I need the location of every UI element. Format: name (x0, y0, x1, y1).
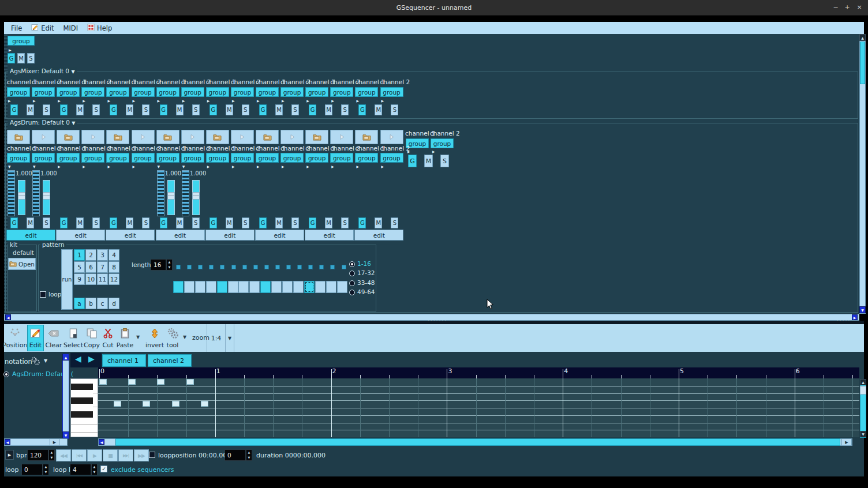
spin-down-icon[interactable]: ▼ (51, 456, 53, 459)
volume-slider-handle[interactable] (18, 192, 25, 200)
notation-hscroll-left-stepper[interactable]: ◀ (99, 439, 104, 445)
close-button[interactable]: × (855, 3, 863, 11)
stop-button[interactable]: ■ (103, 449, 118, 461)
drum-expander-icon[interactable]: ▼ (182, 164, 185, 168)
drum-play-button[interactable] (330, 130, 353, 144)
channel-mute-button[interactable]: M (126, 104, 133, 115)
mixer-expander-icon[interactable]: ▶ (381, 99, 384, 103)
drum-play-button[interactable] (231, 130, 254, 144)
maximize-button[interactable]: + (843, 3, 851, 11)
mixer-expander-icon[interactable]: ▶ (356, 99, 359, 103)
mixer-group-button[interactable]: group (32, 87, 55, 97)
pattern-index-button[interactable]: 1 (74, 249, 85, 261)
channel-solo-button[interactable]: S (341, 217, 349, 228)
drum-open-button[interactable] (206, 130, 229, 144)
channel-solo-button[interactable]: S (43, 217, 50, 228)
mixer-group-button[interactable]: group (206, 87, 229, 97)
forward-button[interactable]: ▶▶ (134, 449, 149, 461)
edit-tab[interactable]: edit (354, 230, 403, 241)
mixer-expander-icon[interactable]: ▶ (306, 99, 309, 103)
channel-solo-button[interactable]: S (291, 217, 299, 228)
channel-solo-button[interactable]: S (142, 217, 149, 228)
channel-mute-button[interactable]: M (375, 217, 382, 228)
channel-mute-button[interactable]: M (275, 217, 283, 228)
drum-output-group-button[interactable]: group (431, 138, 454, 148)
pattern-page-radio[interactable] (349, 261, 355, 267)
drum-expander-icon[interactable]: ▼ (8, 164, 11, 168)
note[interactable] (99, 379, 107, 385)
group-machine-expander-icon[interactable]: ▶ (9, 48, 12, 52)
channel-group-button[interactable]: G (408, 155, 417, 167)
channel-group-button[interactable]: G (259, 104, 267, 115)
mixer-group-button[interactable]: group (81, 87, 104, 97)
drum-expander-icon[interactable]: ▶ (107, 164, 110, 168)
drum-group-button[interactable]: group (305, 153, 328, 163)
channel-solo-button[interactable]: S (391, 104, 398, 115)
pattern-pad[interactable] (337, 281, 347, 293)
position-button[interactable]: Position (3, 325, 27, 351)
mixer-group-button[interactable]: group (380, 87, 403, 97)
pattern-pad[interactable] (282, 281, 293, 293)
drum-title[interactable]: AgsDrum: Default 0 ▼ (8, 119, 77, 126)
pattern-index-button[interactable]: 6 (85, 261, 96, 273)
channel-solo-button[interactable]: S (291, 104, 299, 115)
channel-mute-button[interactable]: M (226, 104, 233, 115)
channel-solo-button[interactable]: S (440, 155, 449, 167)
drum-group-button[interactable]: group (7, 153, 30, 163)
channel-mute-button[interactable]: M (424, 155, 433, 167)
channel-solo-button[interactable]: S (43, 104, 50, 115)
mixer-group-button[interactable]: group (280, 87, 304, 97)
channel-group-button[interactable]: G (259, 217, 267, 228)
pattern-bank-button[interactable]: a (74, 298, 85, 309)
edit-tab[interactable]: edit (205, 230, 255, 241)
menu-edit[interactable]: Edit (27, 22, 58, 34)
pattern-index-button[interactable]: 11 (97, 273, 108, 285)
kit-open-button[interactable]: Open (8, 258, 36, 270)
drum-group-button[interactable]: group (380, 153, 403, 163)
drum-expander-icon[interactable]: ▶ (381, 164, 384, 168)
offset-input[interactable]: 0 (225, 449, 246, 461)
mixer-expander-icon[interactable]: ▶ (182, 99, 185, 103)
drum-open-button[interactable] (256, 130, 279, 144)
pattern-pad[interactable] (206, 281, 216, 293)
mixer-expander-icon[interactable]: ▶ (257, 99, 260, 103)
note[interactable] (172, 401, 179, 407)
channel-group-button[interactable]: G (110, 104, 117, 115)
pattern-pad[interactable] (184, 281, 194, 293)
channel-group-button[interactable]: G (209, 217, 217, 228)
tab-channel-2[interactable]: channel 2 (148, 354, 192, 367)
zoom-combo[interactable]: 1:4 (207, 324, 226, 352)
drum-group-button[interactable]: group (57, 153, 80, 163)
drum-expander-icon[interactable]: ▶ (282, 164, 285, 168)
channel-group-button[interactable]: G (309, 217, 316, 228)
notation-left-vscroll-up[interactable]: ▲ (62, 354, 69, 361)
pattern-pad[interactable] (293, 281, 304, 293)
drum-expander-icon[interactable]: ▶ (83, 164, 85, 168)
tab-channel-1[interactable]: channel 1 (102, 354, 146, 367)
notation-vscroll-down[interactable]: ▼ (860, 431, 866, 437)
pattern-length-input[interactable]: 16 (151, 259, 166, 271)
pattern-pad[interactable] (315, 281, 326, 293)
previous-button[interactable]: |◀◀ (72, 449, 87, 461)
mixer-group-button[interactable]: group (57, 87, 80, 97)
notation-vscroll-up[interactable]: ▲ (860, 379, 866, 385)
channel-mute-button[interactable]: M (325, 217, 332, 228)
channel-group-button[interactable]: G (358, 217, 366, 228)
pattern-run-button[interactable]: run (61, 249, 73, 310)
drum-play-button[interactable] (280, 130, 304, 144)
mixer-group-button[interactable]: group (330, 87, 353, 97)
mixer-expander-icon[interactable]: ▶ (331, 99, 334, 103)
pattern-index-button[interactable]: 2 (85, 249, 96, 261)
pattern-pad[interactable] (249, 281, 260, 293)
spin-up-icon[interactable]: ▲ (93, 466, 96, 468)
channel-solo-button[interactable]: S (192, 217, 200, 228)
rewind-button[interactable]: ◀◀ (56, 449, 71, 461)
notation-left-vscrollbar[interactable] (62, 354, 69, 439)
notation-grid[interactable] (98, 378, 859, 437)
machines-hscroll-left-stepper[interactable]: ◀ (5, 314, 11, 320)
mixer-group-button[interactable]: group (181, 87, 204, 97)
loop-r-stepper[interactable]: ▲▼ (91, 464, 98, 475)
machines-vscroll-up-stepper[interactable]: ▲ (859, 34, 866, 41)
pattern-index-button[interactable]: 5 (74, 261, 85, 273)
notation-left-hscroll-left[interactable]: ◀ (5, 439, 10, 445)
